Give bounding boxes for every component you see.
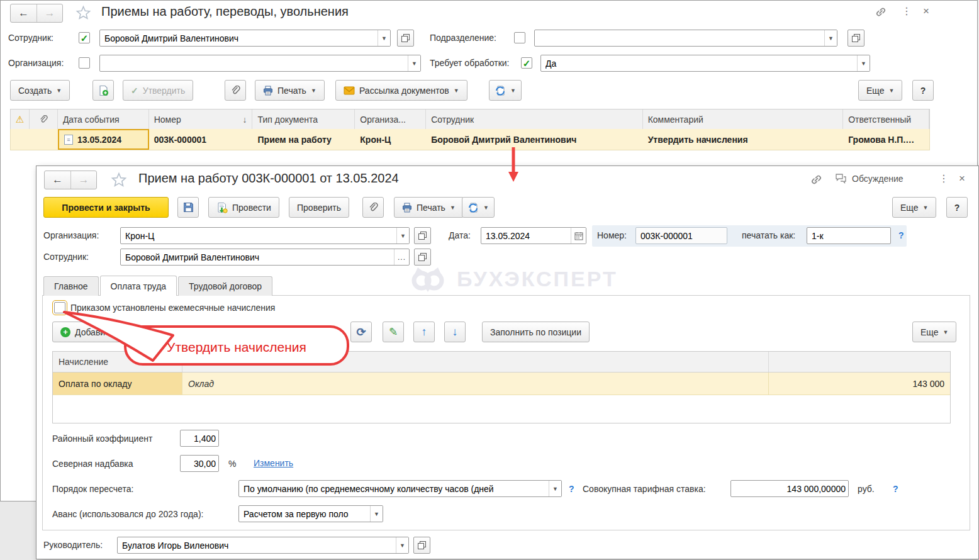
edit-button[interactable]: ✎ [383,322,404,342]
advance-select[interactable]: Расчетом за первую поло ▼ [238,505,383,522]
dropdown-caret-icon[interactable]: ▼ [857,55,870,71]
choose-button[interactable]: ... [394,249,409,265]
col-organization[interactable]: Организа... [355,109,426,130]
favorite-star-icon[interactable] [111,172,127,190]
list-help-button[interactable]: ? [912,80,934,101]
kebab-menu-icon[interactable]: ⋮ [939,174,949,184]
total-rate-help-link[interactable]: ? [893,484,898,494]
cell-employee[interactable]: Боровой Дмитрий Валентинович [426,129,643,150]
organization-open-button[interactable] [414,227,431,244]
manager-input[interactable]: Булатов Игорь Виленович ▼ [117,537,409,554]
cell-comment[interactable]: Утвердить начисления [643,129,844,150]
filter-employee-open-button[interactable] [397,30,414,47]
list-more-button[interactable]: Еще▼ [858,80,902,101]
col-doc-type[interactable]: Тип документа [252,109,355,130]
filter-department-input[interactable]: ▼ [534,30,837,47]
print-as-help-link[interactable]: ? [898,230,904,240]
filter-needs-processing-input[interactable]: Да ▼ [540,55,870,72]
dropdown-caret-icon[interactable]: ▼ [396,537,408,553]
close-window-icon[interactable]: × [959,173,965,184]
approve-button[interactable]: ✓ Утвердить [123,80,193,101]
edo-button[interactable]: ▼ [489,80,522,101]
refresh-button[interactable]: ⟳ [350,322,372,342]
create-button[interactable]: Создать▼ [10,80,70,101]
recalc-order-select[interactable]: По умолчанию (по среднемесячному количес… [238,480,562,497]
filter-organization-input[interactable]: ▼ [99,55,421,72]
cell-date-selected[interactable]: ≡ 13.05.2024 [58,129,149,150]
employee-open-button[interactable] [414,249,431,266]
filter-needs-processing-checkbox[interactable]: ✓ [521,57,532,69]
attachments-button[interactable] [225,80,246,101]
total-rate-input[interactable]: 143 000,00000 [730,480,849,497]
discussion-button[interactable]: Обсуждение [834,173,903,184]
forward-button[interactable]: → [36,4,62,22]
accruals-more-button[interactable]: Еще▼ [912,322,956,342]
post-button[interactable]: Провести [208,197,279,218]
col-amount[interactable] [769,352,950,372]
filter-department-open-button[interactable] [848,30,864,47]
date-input[interactable]: 13.05.2024 [481,227,586,244]
get-link-icon[interactable] [810,174,822,188]
close-window-icon[interactable]: × [923,6,929,16]
filter-employee-input[interactable]: Боровой Дмитрий Валентинович ▼ [99,30,391,47]
create-new-document-button[interactable] [92,80,114,101]
move-down-button[interactable]: ↓ [444,322,466,342]
doc-more-button[interactable]: Еще▼ [892,197,936,218]
save-button[interactable] [177,197,199,218]
fill-by-position-button[interactable]: Заполнить по позиции [482,322,590,342]
doc-help-button[interactable]: ? [946,197,968,218]
tab-contract[interactable]: Трудовой договор [178,276,272,296]
col-responsible[interactable]: Ответственный [843,109,929,130]
move-up-button[interactable]: ↑ [413,322,435,342]
number-input[interactable]: 003К-000001 [635,227,727,244]
get-link-icon[interactable] [875,6,887,20]
back-button[interactable]: ← [45,171,70,189]
filter-employee-checkbox[interactable]: ✓ [79,32,90,43]
change-link[interactable]: Изменить [254,458,293,468]
attachments-button[interactable] [362,197,384,218]
col-number[interactable]: Номер↓ [149,109,253,130]
filter-department-checkbox[interactable] [514,32,525,43]
col-date[interactable]: Дата события [58,109,149,130]
edo-button[interactable]: ▼ [462,197,495,218]
recalc-help-link[interactable]: ? [569,484,574,494]
kebab-menu-icon[interactable]: ⋮ [902,6,912,16]
dropdown-caret-icon[interactable]: ▼ [370,506,383,522]
table-row[interactable]: ≡ 13.05.2024 003К-000001 Прием на работу… [10,129,930,150]
accrual-row[interactable]: Оплата по окладу Оклад 143 000 [53,372,950,395]
filter-organization-checkbox[interactable] [79,57,90,69]
cell-doc-type[interactable]: Прием на работу [253,129,355,150]
favorite-star-icon[interactable] [76,5,91,23]
print-button[interactable]: Печать▼ [255,80,325,101]
print-button[interactable]: Печать▼ [394,197,464,218]
col-employee[interactable]: Сотрудник [426,109,643,130]
cell-organization[interactable]: Крон-Ц [355,129,426,150]
employee-input[interactable]: Боровой Дмитрий Валентинович ... [120,249,410,266]
forward-button[interactable]: → [70,171,96,189]
organization-input[interactable]: Крон-Ц ▼ [120,227,410,244]
document-mailing-button[interactable]: Рассылка документов▼ [335,80,467,101]
dropdown-caret-icon[interactable]: ▼ [824,30,837,46]
cell-number[interactable]: 003К-000001 [149,129,253,150]
manager-open-button[interactable] [413,537,430,554]
back-button[interactable]: ← [11,4,36,22]
dropdown-caret-icon[interactable]: ▼ [378,30,390,46]
calendar-icon[interactable] [571,228,586,244]
cell-indicator[interactable]: Оклад [182,372,769,395]
sort-desc-icon: ↓ [242,115,247,125]
post-and-close-button[interactable]: Провести и закрыть [43,197,169,218]
dropdown-caret-icon: ▼ [454,87,459,94]
north-bonus-input[interactable]: 30,00 [180,455,219,472]
dropdown-caret-icon[interactable]: ▼ [396,228,409,244]
cell-responsible[interactable]: Громова Н.П.… [843,129,929,150]
district-coef-input[interactable]: 1,400 [180,430,219,447]
print-as-input[interactable]: 1-к [807,227,891,244]
dropdown-caret-icon[interactable]: ▼ [408,55,420,71]
cell-amount[interactable]: 143 000 [769,372,950,395]
col-comment[interactable]: Комментарий [643,109,844,130]
tab-main[interactable]: Главное [43,276,99,296]
cell-accrual-selected[interactable]: Оплата по окладу [53,372,182,395]
tab-salary[interactable]: Оплата труда [100,276,177,296]
check-button[interactable]: Проверить [289,197,349,218]
dropdown-caret-icon[interactable]: ▼ [549,481,561,496]
